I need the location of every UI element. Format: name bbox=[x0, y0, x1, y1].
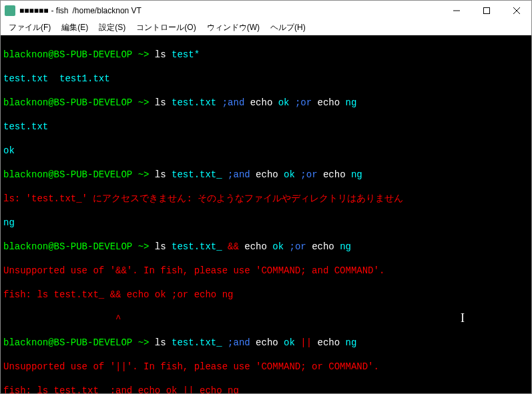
maximize-button[interactable] bbox=[471, 1, 501, 21]
term-line: fish: ls test.txt_ ;and echo ok || echo … bbox=[3, 385, 529, 393]
menu-edit[interactable]: 編集(E) bbox=[56, 21, 93, 35]
menu-help[interactable]: ヘルプ(H) bbox=[265, 21, 311, 35]
terminal-area[interactable]: blacknon@BS-PUB-DEVELOP ~> ls test* test… bbox=[1, 35, 531, 393]
menu-window[interactable]: ウィンドウ(W) bbox=[202, 21, 265, 35]
term-line: Unsupported use of '||'. In fish, please… bbox=[3, 361, 529, 373]
term-line: ls: 'test.txt_' にアクセスできません: そのようなファイルやディ… bbox=[3, 193, 529, 205]
menu-file[interactable]: ファイル(F) bbox=[3, 21, 56, 35]
svg-rect-1 bbox=[483, 8, 489, 14]
term-line: blacknon@BS-PUB-DEVELOP ~> ls test.txt_ … bbox=[3, 337, 529, 349]
text-cursor-icon: I bbox=[461, 312, 465, 324]
menubar: ファイル(F) 編集(E) 設定(S) コントロール(O) ウィンドウ(W) ヘ… bbox=[1, 21, 531, 35]
term-line: test.txt test1.txt bbox=[3, 73, 529, 85]
term-line: Unsupported use of '&&'. In fish, please… bbox=[3, 265, 529, 277]
term-line: blacknon@BS-PUB-DEVELOP ~> ls test.txt_ … bbox=[3, 241, 529, 253]
title-app: - fish bbox=[51, 6, 69, 15]
app-window: ■■■■■■ - fish /home/blacknon VT ファイル(F) … bbox=[0, 0, 532, 394]
menu-settings[interactable]: 設定(S) bbox=[93, 21, 131, 35]
term-line: fish: ls test.txt_ && echo ok ;or echo n… bbox=[3, 289, 529, 301]
title-prefix: ■■■■■■ bbox=[19, 6, 49, 15]
menu-control[interactable]: コントロール(O) bbox=[131, 21, 201, 35]
term-line: ok bbox=[3, 145, 529, 157]
term-line: blacknon@BS-PUB-DEVELOP ~> ls test.txt_ … bbox=[3, 169, 529, 181]
minimize-button[interactable] bbox=[441, 1, 471, 21]
term-line: blacknon@BS-PUB-DEVELOP ~> ls test.txt ;… bbox=[3, 97, 529, 109]
term-line: ng bbox=[3, 217, 529, 229]
term-line: blacknon@BS-PUB-DEVELOP ~> ls test* bbox=[3, 49, 529, 61]
term-line: ^ bbox=[3, 313, 529, 325]
title-path: /home/blacknon VT bbox=[73, 6, 142, 15]
term-line: test.txt bbox=[3, 121, 529, 133]
titlebar[interactable]: ■■■■■■ - fish /home/blacknon VT bbox=[1, 1, 531, 21]
app-icon bbox=[5, 5, 15, 16]
close-button[interactable] bbox=[501, 1, 531, 21]
